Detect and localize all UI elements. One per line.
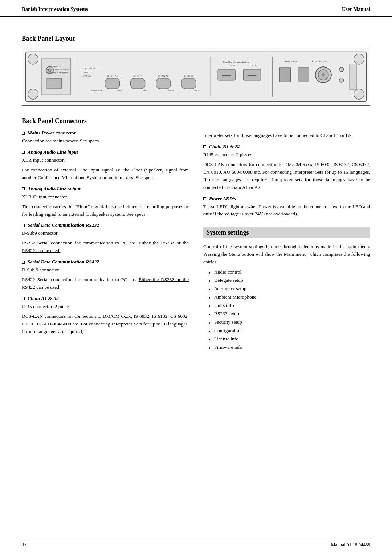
menu-item: Interpreter setup xyxy=(214,285,370,293)
header-right: User Manual xyxy=(342,7,370,12)
analog-line-output-text1: XLR Output connector. xyxy=(22,193,189,201)
chain-a1-a2-text1: RJ45 connector, 2 pieces xyxy=(22,303,189,311)
svg-text:▬▬▬: ▬▬▬ xyxy=(222,73,231,77)
svg-text:update only w/emergency: update only w/emergency xyxy=(46,72,68,74)
svg-text:CHAN A2: CHAN A2 xyxy=(158,74,169,77)
chain-a1-a2-text2: DCS-LAN connectors for connection to DM/… xyxy=(22,313,189,336)
svg-rect-17 xyxy=(105,78,119,89)
menu-item: Configuration xyxy=(214,327,370,335)
bullet-square-chain-a xyxy=(22,297,25,300)
chain-a1-a2-heading: Chain A1 & A2 xyxy=(22,296,189,301)
bullet-square-power-leds xyxy=(203,197,206,200)
menu-item: Firmware info xyxy=(214,343,370,352)
svg-point-2 xyxy=(28,89,38,99)
bullet-square-analog-out xyxy=(22,187,25,190)
bullet-square-analog-in xyxy=(22,151,25,154)
power-leds-heading: Power LED’s xyxy=(203,196,370,202)
header-left: Danish Interpretation Systems xyxy=(22,7,88,12)
svg-point-46 xyxy=(339,78,344,82)
menu-item: Delegate setup xyxy=(214,276,370,285)
back-panel-diagram-svg: DS-2112E DIS-LAN back bus switch update … xyxy=(25,51,367,102)
svg-text:100-240 VAC: 100-240 VAC xyxy=(83,67,97,70)
chain-b1-b2-text1: RJ45 connector, 2 pieces xyxy=(203,151,370,159)
serial-rs422-text2: RS422 Serial connection for communicatio… xyxy=(22,276,189,291)
svg-rect-47 xyxy=(350,64,357,89)
svg-rect-40 xyxy=(279,68,290,82)
page-footer: 12 Manual 01 18 04438 xyxy=(22,539,370,548)
serial-rs232-text1: D-Sub9 connector xyxy=(22,230,189,237)
menu-item: License info xyxy=(214,335,370,343)
mains-power-text: Connection for mains power. See specs. xyxy=(22,137,189,145)
right-column: Interpreter sets for those languages hav… xyxy=(203,114,370,352)
svg-text:RS-232: RS-232 xyxy=(229,64,237,67)
page: Danish Interpretation Systems User Manua… xyxy=(0,0,392,555)
serial-rs232-underline: Either the RS232 or the RS422 can be use… xyxy=(22,240,189,253)
svg-point-4 xyxy=(354,89,364,99)
svg-text:LED OUTPUT: LED OUTPUT xyxy=(312,60,328,63)
svg-text:Analog A/in: Analog A/in xyxy=(284,60,297,63)
chain-b1-b2-intro: Interpreter sets for those languages hav… xyxy=(203,132,370,139)
analog-line-output-heading: Analog Audio Line output. xyxy=(22,186,189,192)
back-panel-layout-title: Back Panel Layout xyxy=(22,35,370,42)
chain-b1-b2-text2: DCS-LAN connectors for connection to DM/… xyxy=(203,161,370,191)
back-panel-diagram-container: DS-2112E DIS-LAN back bus switch update … xyxy=(22,48,370,106)
back-panel-layout-section: Back Panel Layout xyxy=(22,35,370,106)
svg-rect-23 xyxy=(181,78,196,89)
bullet-square-mains xyxy=(22,132,25,135)
analog-line-input-heading: Analog Audio Line input xyxy=(22,149,189,155)
analog-line-input-text1: XLR Input connector. xyxy=(22,157,189,164)
menu-item: Ambient Microphone xyxy=(214,293,370,301)
analog-line-output-text2: This connector carries the “Floor” signa… xyxy=(22,203,189,218)
svg-text:— ○: — ○ xyxy=(118,89,123,92)
mains-power-heading: Mains Power connector xyxy=(22,130,189,136)
menu-item: Security setup xyxy=(214,318,370,327)
svg-rect-41 xyxy=(298,68,309,82)
serial-rs422-underline: Either the RS232 or the RS422 can be use… xyxy=(22,277,189,290)
power-leds-text: Those LED’s light up when Power is avail… xyxy=(203,203,370,218)
svg-text:50/60 Hz: 50/60 Hz xyxy=(83,71,93,74)
system-settings-title: System settings xyxy=(203,227,370,238)
menu-item: Audio control xyxy=(214,268,370,276)
svg-text:— ○: — ○ xyxy=(143,89,149,92)
two-column-layout: Back Panel Connectors Mains Power connec… xyxy=(22,114,370,352)
svg-rect-5 xyxy=(41,58,70,95)
serial-rs422-text1: D-Sub 9 connector xyxy=(22,266,189,274)
menu-item: RS232 setup xyxy=(214,310,370,318)
svg-rect-19 xyxy=(131,78,145,89)
footer-page-number: 12 xyxy=(22,542,27,548)
svg-text:CHAN A1: CHAN A1 xyxy=(107,74,118,77)
svg-text:LINE IN: LINE IN xyxy=(133,74,142,77)
svg-text:Data/Bus Communication: Data/Bus Communication xyxy=(223,61,249,64)
menu-item: Units info xyxy=(214,301,370,310)
svg-point-1 xyxy=(28,54,38,64)
svg-point-3 xyxy=(354,54,364,64)
bullet-square-rs422 xyxy=(22,261,25,264)
left-column: Back Panel Connectors Mains Power connec… xyxy=(22,114,189,352)
svg-text:— ○: — ○ xyxy=(168,89,174,92)
page-content: Back Panel Layout xyxy=(0,17,392,366)
svg-text:Power —●: Power —● xyxy=(90,89,102,92)
svg-text:LINE A3: LINE A3 xyxy=(184,74,193,77)
svg-text:175 VA: 175 VA xyxy=(83,74,91,77)
system-settings-intro: Control of the system settings is done t… xyxy=(203,243,370,266)
system-settings-menu-list: Audio controlDelegate setupInterpreter s… xyxy=(203,268,370,351)
page-header: Danish Interpretation Systems User Manua… xyxy=(0,0,392,17)
svg-point-44 xyxy=(322,73,325,76)
svg-text:DS-2112E: DS-2112E xyxy=(52,65,62,68)
svg-text:▬▬▬: ▬▬▬ xyxy=(248,73,256,77)
bullet-square-chain-b xyxy=(203,145,206,148)
svg-text:RS-232: RS-232 xyxy=(250,64,258,67)
svg-rect-8 xyxy=(47,78,61,89)
serial-rs422-heading: Serial Data Communication RS422 xyxy=(22,259,189,265)
serial-rs232-text2: RS232 Serial connection for communicatio… xyxy=(22,239,189,255)
chain-b1-b2-heading: Chain B1 & B2 xyxy=(203,144,370,150)
analog-line-input-text2: For connection of external Line input si… xyxy=(22,166,189,182)
back-panel-connectors-title: Back Panel Connectors xyxy=(22,117,189,125)
svg-rect-21 xyxy=(156,78,171,89)
bullet-square-rs232 xyxy=(22,224,25,227)
svg-point-45 xyxy=(339,67,344,72)
svg-text:— ○: — ○ xyxy=(194,89,200,92)
svg-text:DIS-LAN back bus switch: DIS-LAN back bus switch xyxy=(45,69,69,71)
serial-rs232-heading: Serial Data Communication RS232 xyxy=(22,222,189,228)
footer-manual-label: Manual 01 18 04438 xyxy=(331,542,370,548)
